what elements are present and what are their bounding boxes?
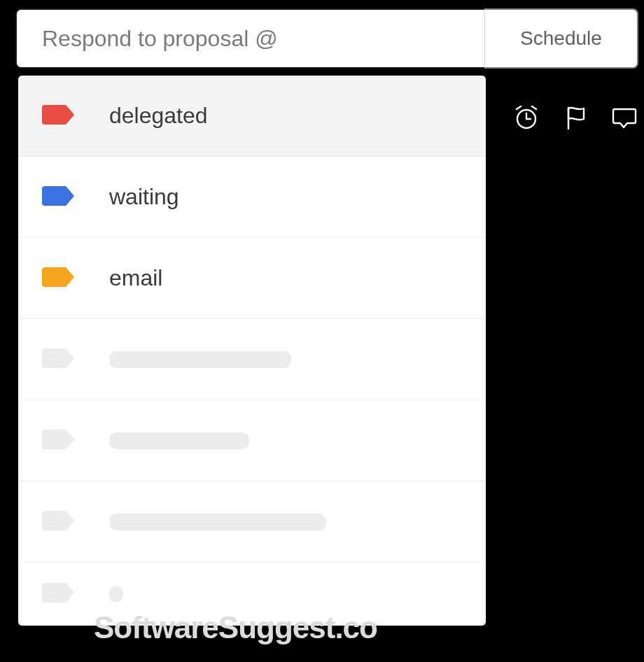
task-input-text: Respond to proposal @	[42, 26, 278, 52]
tag-icon	[42, 580, 77, 608]
tag-icon	[42, 183, 77, 211]
tag-label: waiting	[109, 184, 179, 210]
tag-icon	[42, 265, 77, 293]
tag-label-placeholder	[109, 351, 291, 368]
task-input[interactable]: Respond to proposal @	[15, 8, 484, 69]
tag-item-placeholder[interactable]	[18, 481, 486, 563]
svg-line-4	[532, 106, 536, 109]
tag-label-placeholder	[109, 514, 326, 530]
tag-icon	[42, 102, 77, 130]
tag-icon	[42, 427, 77, 455]
tag-item-placeholder[interactable]	[18, 563, 486, 626]
tag-label: email	[109, 265, 162, 291]
tag-icon	[42, 346, 77, 374]
tag-label-placeholder	[109, 586, 123, 603]
flag-icon[interactable]	[561, 104, 589, 134]
schedule-label: Schedule	[520, 27, 602, 50]
tag-item-waiting[interactable]: waiting	[18, 157, 486, 238]
tag-item-email[interactable]: email	[18, 238, 486, 319]
tag-label: delegated	[109, 103, 208, 129]
tag-icon	[42, 508, 77, 536]
comment-icon[interactable]	[610, 104, 638, 134]
alarm-icon[interactable]	[512, 104, 540, 134]
tag-label-placeholder	[109, 432, 249, 449]
tag-item-placeholder[interactable]	[18, 400, 486, 481]
schedule-button[interactable]: Schedule	[484, 8, 638, 69]
svg-line-3	[517, 106, 521, 109]
action-icon-row	[512, 104, 638, 134]
tag-item-placeholder[interactable]	[18, 319, 486, 400]
tag-dropdown: delegatedwaitingemail	[18, 76, 486, 626]
tag-item-delegated[interactable]: delegated	[18, 76, 486, 157]
